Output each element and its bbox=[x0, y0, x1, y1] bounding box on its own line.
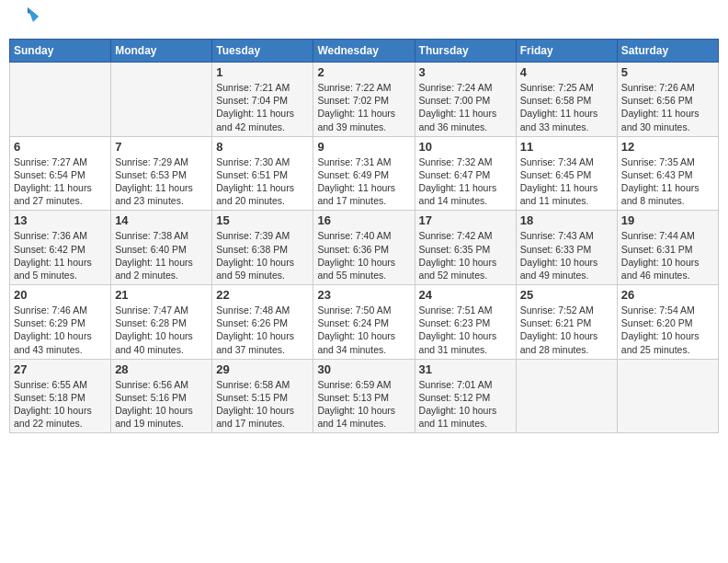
cell-day-number: 30 bbox=[317, 362, 410, 376]
calendar-week-row: 6Sunrise: 7:27 AM Sunset: 6:54 PM Daylig… bbox=[10, 136, 719, 211]
calendar-cell: 26Sunrise: 7:54 AM Sunset: 6:20 PM Dayli… bbox=[617, 285, 718, 360]
cell-day-number: 5 bbox=[621, 65, 714, 79]
day-header-saturday: Saturday bbox=[617, 40, 718, 63]
cell-info: Sunrise: 7:24 AM Sunset: 7:00 PM Dayligh… bbox=[419, 81, 512, 133]
cell-info: Sunrise: 7:34 AM Sunset: 6:45 PM Dayligh… bbox=[520, 155, 613, 208]
calendar-cell: 2Sunrise: 7:22 AM Sunset: 7:02 PM Daylig… bbox=[313, 63, 415, 137]
calendar-cell: 22Sunrise: 7:48 AM Sunset: 6:26 PM Dayli… bbox=[212, 285, 313, 360]
cell-day-number: 6 bbox=[14, 140, 107, 154]
cell-day-number: 4 bbox=[520, 65, 613, 79]
calendar-week-row: 13Sunrise: 7:36 AM Sunset: 6:42 PM Dayli… bbox=[10, 211, 719, 285]
day-header-wednesday: Wednesday bbox=[313, 40, 415, 63]
calendar-cell bbox=[10, 63, 111, 137]
cell-info: Sunrise: 7:48 AM Sunset: 6:26 PM Dayligh… bbox=[216, 304, 309, 356]
cell-day-number: 26 bbox=[621, 288, 714, 302]
cell-day-number: 23 bbox=[317, 288, 410, 302]
cell-info: Sunrise: 7:50 AM Sunset: 6:24 PM Dayligh… bbox=[317, 304, 410, 356]
cell-day-number: 21 bbox=[115, 288, 208, 302]
logo-icon bbox=[15, 4, 40, 29]
calendar-cell: 15Sunrise: 7:39 AM Sunset: 6:38 PM Dayli… bbox=[212, 211, 313, 285]
calendar-cell: 13Sunrise: 7:36 AM Sunset: 6:42 PM Dayli… bbox=[10, 211, 111, 285]
cell-info: Sunrise: 7:27 AM Sunset: 6:54 PM Dayligh… bbox=[14, 155, 107, 208]
day-header-tuesday: Tuesday bbox=[212, 40, 313, 63]
cell-day-number: 16 bbox=[317, 213, 410, 227]
calendar-cell: 28Sunrise: 6:56 AM Sunset: 5:16 PM Dayli… bbox=[111, 359, 212, 433]
cell-info: Sunrise: 7:51 AM Sunset: 6:23 PM Dayligh… bbox=[419, 304, 512, 356]
calendar-cell: 24Sunrise: 7:51 AM Sunset: 6:23 PM Dayli… bbox=[415, 285, 516, 360]
cell-info: Sunrise: 7:42 AM Sunset: 6:35 PM Dayligh… bbox=[419, 229, 512, 282]
day-header-monday: Monday bbox=[111, 40, 212, 63]
cell-day-number: 17 bbox=[419, 213, 512, 227]
calendar-cell: 23Sunrise: 7:50 AM Sunset: 6:24 PM Dayli… bbox=[313, 285, 415, 360]
cell-day-number: 11 bbox=[520, 140, 613, 154]
calendar-cell: 21Sunrise: 7:47 AM Sunset: 6:28 PM Dayli… bbox=[111, 285, 212, 360]
logo bbox=[13, 9, 40, 31]
cell-info: Sunrise: 7:25 AM Sunset: 6:58 PM Dayligh… bbox=[520, 81, 613, 133]
calendar-cell: 31Sunrise: 7:01 AM Sunset: 5:12 PM Dayli… bbox=[415, 359, 516, 433]
cell-info: Sunrise: 7:52 AM Sunset: 6:21 PM Dayligh… bbox=[520, 304, 613, 356]
cell-day-number: 20 bbox=[14, 288, 107, 302]
calendar-header-row: SundayMondayTuesdayWednesdayThursdayFrid… bbox=[10, 40, 719, 63]
calendar-cell: 20Sunrise: 7:46 AM Sunset: 6:29 PM Dayli… bbox=[10, 285, 111, 360]
cell-day-number: 13 bbox=[14, 213, 107, 227]
cell-info: Sunrise: 7:43 AM Sunset: 6:33 PM Dayligh… bbox=[520, 229, 613, 282]
cell-info: Sunrise: 7:38 AM Sunset: 6:40 PM Dayligh… bbox=[115, 229, 208, 282]
calendar-table: SundayMondayTuesdayWednesdayThursdayFrid… bbox=[9, 39, 719, 433]
calendar-cell: 7Sunrise: 7:29 AM Sunset: 6:53 PM Daylig… bbox=[111, 136, 212, 211]
cell-day-number: 2 bbox=[317, 65, 410, 79]
cell-day-number: 12 bbox=[621, 140, 714, 154]
page-header bbox=[9, 9, 719, 31]
cell-day-number: 10 bbox=[419, 140, 512, 154]
calendar-cell bbox=[516, 359, 617, 433]
calendar-cell bbox=[111, 63, 212, 137]
cell-day-number: 7 bbox=[115, 140, 208, 154]
cell-info: Sunrise: 7:31 AM Sunset: 6:49 PM Dayligh… bbox=[317, 155, 410, 208]
calendar-cell: 12Sunrise: 7:35 AM Sunset: 6:43 PM Dayli… bbox=[617, 136, 718, 211]
calendar-week-row: 20Sunrise: 7:46 AM Sunset: 6:29 PM Dayli… bbox=[10, 285, 719, 360]
cell-info: Sunrise: 7:01 AM Sunset: 5:12 PM Dayligh… bbox=[419, 378, 512, 431]
calendar-cell: 9Sunrise: 7:31 AM Sunset: 6:49 PM Daylig… bbox=[313, 136, 415, 211]
cell-info: Sunrise: 7:44 AM Sunset: 6:31 PM Dayligh… bbox=[621, 229, 714, 282]
calendar-cell bbox=[617, 359, 718, 433]
cell-info: Sunrise: 7:46 AM Sunset: 6:29 PM Dayligh… bbox=[14, 304, 107, 356]
cell-day-number: 1 bbox=[216, 65, 309, 79]
cell-info: Sunrise: 7:22 AM Sunset: 7:02 PM Dayligh… bbox=[317, 81, 410, 133]
calendar-cell: 16Sunrise: 7:40 AM Sunset: 6:36 PM Dayli… bbox=[313, 211, 415, 285]
calendar-cell: 10Sunrise: 7:32 AM Sunset: 6:47 PM Dayli… bbox=[415, 136, 516, 211]
cell-info: Sunrise: 6:56 AM Sunset: 5:16 PM Dayligh… bbox=[115, 378, 208, 431]
calendar-cell: 25Sunrise: 7:52 AM Sunset: 6:21 PM Dayli… bbox=[516, 285, 617, 360]
calendar-cell: 27Sunrise: 6:55 AM Sunset: 5:18 PM Dayli… bbox=[10, 359, 111, 433]
cell-info: Sunrise: 7:30 AM Sunset: 6:51 PM Dayligh… bbox=[216, 155, 309, 208]
calendar-cell: 29Sunrise: 6:58 AM Sunset: 5:15 PM Dayli… bbox=[212, 359, 313, 433]
cell-day-number: 9 bbox=[317, 140, 410, 154]
calendar-cell: 4Sunrise: 7:25 AM Sunset: 6:58 PM Daylig… bbox=[516, 63, 617, 137]
cell-day-number: 18 bbox=[520, 213, 613, 227]
cell-info: Sunrise: 6:55 AM Sunset: 5:18 PM Dayligh… bbox=[14, 378, 107, 431]
svg-marker-1 bbox=[28, 7, 39, 22]
day-header-friday: Friday bbox=[516, 40, 617, 63]
cell-day-number: 28 bbox=[115, 362, 208, 376]
calendar-cell: 17Sunrise: 7:42 AM Sunset: 6:35 PM Dayli… bbox=[415, 211, 516, 285]
cell-info: Sunrise: 7:32 AM Sunset: 6:47 PM Dayligh… bbox=[419, 155, 512, 208]
cell-day-number: 8 bbox=[216, 140, 309, 154]
cell-info: Sunrise: 7:35 AM Sunset: 6:43 PM Dayligh… bbox=[621, 155, 714, 208]
cell-info: Sunrise: 6:58 AM Sunset: 5:15 PM Dayligh… bbox=[216, 378, 309, 431]
calendar-cell: 11Sunrise: 7:34 AM Sunset: 6:45 PM Dayli… bbox=[516, 136, 617, 211]
calendar-cell: 5Sunrise: 7:26 AM Sunset: 6:56 PM Daylig… bbox=[617, 63, 718, 137]
cell-day-number: 19 bbox=[621, 213, 714, 227]
day-header-thursday: Thursday bbox=[415, 40, 516, 63]
cell-day-number: 29 bbox=[216, 362, 309, 376]
calendar-cell: 6Sunrise: 7:27 AM Sunset: 6:54 PM Daylig… bbox=[10, 136, 111, 211]
cell-day-number: 15 bbox=[216, 213, 309, 227]
cell-day-number: 25 bbox=[520, 288, 613, 302]
cell-info: Sunrise: 7:36 AM Sunset: 6:42 PM Dayligh… bbox=[14, 229, 107, 282]
cell-info: Sunrise: 7:26 AM Sunset: 6:56 PM Dayligh… bbox=[621, 81, 714, 133]
calendar-cell: 19Sunrise: 7:44 AM Sunset: 6:31 PM Dayli… bbox=[617, 211, 718, 285]
cell-day-number: 27 bbox=[14, 362, 107, 376]
day-header-sunday: Sunday bbox=[10, 40, 111, 63]
calendar-cell: 18Sunrise: 7:43 AM Sunset: 6:33 PM Dayli… bbox=[516, 211, 617, 285]
calendar-cell: 8Sunrise: 7:30 AM Sunset: 6:51 PM Daylig… bbox=[212, 136, 313, 211]
cell-info: Sunrise: 7:47 AM Sunset: 6:28 PM Dayligh… bbox=[115, 304, 208, 356]
cell-day-number: 24 bbox=[419, 288, 512, 302]
cell-info: Sunrise: 7:39 AM Sunset: 6:38 PM Dayligh… bbox=[216, 229, 309, 282]
